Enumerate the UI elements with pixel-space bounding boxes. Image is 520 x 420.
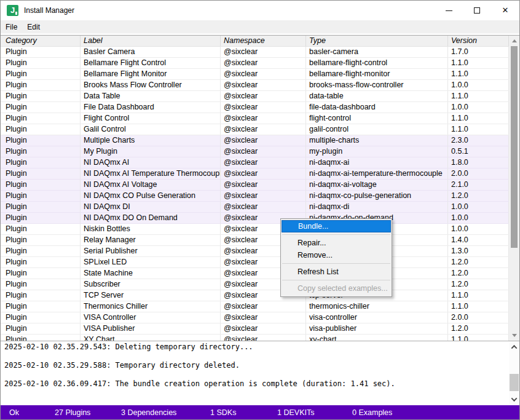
cell-version: 0.5.1 xyxy=(448,146,509,157)
column-header-version[interactable]: Version xyxy=(448,36,509,46)
menu-item-refresh-list[interactable]: Refresh List xyxy=(282,266,391,278)
plugin-table: Category Label Namespace Type Version Pl… xyxy=(1,35,519,341)
table-row[interactable]: PluginNI DAQmx CO Pulse Generation@sixcl… xyxy=(1,191,509,202)
cell-version: 1.7.0 xyxy=(448,47,509,57)
cell-label: Bellamare Flight Control xyxy=(81,58,221,68)
cell-type: flight-control xyxy=(306,113,448,124)
table-row[interactable]: PluginNI DAQmx DI@sixclearni-daqmx-di1.0… xyxy=(1,202,509,213)
install-manager-window: J Install Manager ✕ File Edit Category L… xyxy=(0,0,520,420)
table-row[interactable]: PluginBrooks Mass Flow Controller@sixcle… xyxy=(1,80,509,91)
column-header-label[interactable]: Label xyxy=(81,36,221,46)
log-line: 2025-02-10 02.35.29.588: Temporary direc… xyxy=(4,356,509,374)
scroll-up-arrow[interactable] xyxy=(509,36,519,46)
log-scrollbar[interactable] xyxy=(509,341,519,405)
log-scrollbar-thumb[interactable] xyxy=(510,374,519,391)
chevron-up-icon xyxy=(511,345,518,351)
table-row[interactable]: PluginState Machine@sixclearstate-machin… xyxy=(1,268,509,279)
cell-version: 1.2.0 xyxy=(448,268,509,279)
cell-type: ni-daqmx-ai-voltage xyxy=(306,180,448,190)
cell-version: 1.0.0 xyxy=(448,224,509,234)
table-row[interactable]: PluginVISA Controller@sixclearvisa-contr… xyxy=(1,312,509,323)
log-scroll-down-arrow[interactable] xyxy=(509,394,519,405)
cell-label: Thermonics Chiller xyxy=(81,301,221,312)
cell-category: Plugin xyxy=(1,135,81,146)
column-header-category[interactable]: Category xyxy=(1,36,81,46)
table-row[interactable]: PluginBasler Camera@sixclearbasler-camer… xyxy=(1,47,509,58)
menu-file[interactable]: File xyxy=(1,20,22,33)
menu-item-bundle[interactable]: Bundle... xyxy=(282,220,391,232)
status-devkits-count: 1 DEVKITs xyxy=(277,408,314,417)
chevron-down-icon xyxy=(511,395,518,402)
log-line: 2025-02-10 02.35.29.543: Deleting tempor… xyxy=(4,341,509,356)
cell-namespace: @sixclear xyxy=(221,335,306,341)
cell-type: visa-controller xyxy=(306,312,448,323)
cell-namespace: @sixclear xyxy=(221,301,306,312)
cell-namespace: @sixclear xyxy=(221,69,306,79)
minimize-icon xyxy=(446,10,452,11)
table-row[interactable]: PluginBellamare Flight Control@sixclearb… xyxy=(1,58,509,69)
cell-category: Plugin xyxy=(1,113,81,124)
table-row[interactable]: PluginFile Data Dashboard@sixclearfile-d… xyxy=(1,102,509,113)
table-scrollbar[interactable] xyxy=(509,36,519,341)
menu-edit[interactable]: Edit xyxy=(22,20,45,33)
cell-category: Plugin xyxy=(1,246,81,256)
cell-version: 1.1.0 xyxy=(448,335,509,341)
cell-type: xy-chart xyxy=(306,335,448,341)
cell-namespace: @sixclear xyxy=(221,191,306,201)
cell-type: galil-control xyxy=(306,124,448,135)
cell-category: Plugin xyxy=(1,213,81,223)
cell-version: 1.1.0 xyxy=(448,301,509,312)
cell-type: ni-daqmx-co-pulse-generation xyxy=(306,191,448,201)
table-row[interactable]: PluginXY Chart@sixclearxy-chart1.1.0 xyxy=(1,335,509,341)
table-row[interactable]: PluginNI DAQmx AI Voltage@sixclearni-daq… xyxy=(1,180,509,191)
column-header-type[interactable]: Type xyxy=(306,36,448,46)
cell-version: 1.2.0 xyxy=(448,257,509,267)
table-row[interactable]: PluginMultiple Charts@sixclearmultiple-c… xyxy=(1,135,509,146)
cell-namespace: @sixclear xyxy=(221,80,306,90)
table-row[interactable]: PluginNI DAQmx DO On Demand@sixclearni-d… xyxy=(1,213,509,224)
cell-type: bellamare-flight-monitor xyxy=(306,69,448,79)
menu-item-repair[interactable]: Repair... xyxy=(282,237,391,249)
table-row[interactable]: PluginNiskin Bottles@sixclearniskin-bott… xyxy=(1,224,509,235)
table-row[interactable]: PluginBellamare Flight Monitor@sixclearb… xyxy=(1,69,509,80)
cell-label: TCP Server xyxy=(81,290,221,301)
table-scrollbar-thumb[interactable] xyxy=(511,46,518,248)
table-row[interactable]: PluginGalil Control@sixcleargalil-contro… xyxy=(1,124,509,135)
table-row[interactable]: PluginSerial Publisher@sixclearserial-pu… xyxy=(1,246,509,257)
cell-label: Brooks Mass Flow Controller xyxy=(81,80,221,90)
minimize-button[interactable] xyxy=(435,1,463,20)
cell-label: Subscriber xyxy=(81,279,221,290)
table-row[interactable]: PluginNI DAQmx AI Temperature Thermocoup… xyxy=(1,168,509,180)
cell-version: 2.3.0 xyxy=(448,135,509,146)
scroll-down-arrow[interactable] xyxy=(509,330,519,341)
table-row[interactable]: PluginSPLixel LED@sixclearsplixel-led1.2… xyxy=(1,257,509,268)
cell-category: Plugin xyxy=(1,168,81,179)
column-header-namespace[interactable]: Namespace xyxy=(221,36,306,46)
close-button[interactable]: ✕ xyxy=(491,1,519,20)
log-text[interactable]: 2025-02-10 02.35.29.543: Deleting tempor… xyxy=(1,341,509,405)
table-row[interactable]: PluginMy Plugin@sixclearmy-plugin0.5.1 xyxy=(1,146,509,157)
cell-version: 1.2.0 xyxy=(448,191,509,201)
cell-namespace: @sixclear xyxy=(221,202,306,212)
cell-namespace: @sixclear xyxy=(221,180,306,190)
table-row[interactable]: PluginSubscriber@sixclearsubscriber1.2.0 xyxy=(1,279,509,290)
cell-type: thermonics-chiller xyxy=(306,301,448,312)
table-row[interactable]: PluginNI DAQmx AI@sixclearni-daqmx-ai1.8… xyxy=(1,157,509,168)
log-scroll-up-arrow[interactable] xyxy=(509,342,519,352)
table-row[interactable]: PluginThermonics Chiller@sixclearthermon… xyxy=(1,301,509,312)
table-row[interactable]: PluginTCP Server@sixcleartcp-server1.1.0 xyxy=(1,290,509,301)
cell-type: brooks-mass-flow-controller xyxy=(306,80,448,90)
cell-category: Plugin xyxy=(1,235,81,245)
cell-label: VISA Controller xyxy=(81,312,221,323)
table-row[interactable]: PluginFlight Control@sixclearflight-cont… xyxy=(1,113,509,124)
table-row[interactable]: PluginRelay Manager@sixclearrelay-manage… xyxy=(1,235,509,246)
table-row[interactable]: PluginData Table@sixcleardata-table1.1.0 xyxy=(1,91,509,102)
table-row[interactable]: PluginVISA Publisher@sixclearvisa-publis… xyxy=(1,323,509,335)
menu-item-remove[interactable]: Remove... xyxy=(282,249,391,261)
maximize-button[interactable] xyxy=(463,1,491,20)
cell-label: Flight Control xyxy=(81,113,221,124)
status-state: Ok xyxy=(9,408,19,417)
cell-type: ni-daqmx-ai-temperature-thermocouple xyxy=(306,168,448,179)
cell-category: Plugin xyxy=(1,335,81,341)
cell-category: Plugin xyxy=(1,157,81,168)
